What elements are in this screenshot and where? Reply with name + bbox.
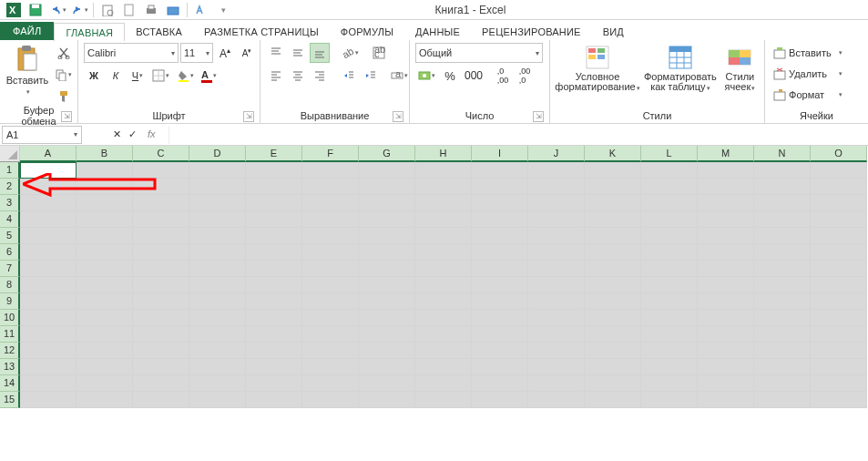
row-header[interactable]: 3 [0,195,20,211]
cell[interactable] [754,310,811,326]
cell[interactable] [472,162,528,179]
cell[interactable] [133,293,189,310]
conditional-format-button[interactable]: Условное форматирование▾ [556,43,639,93]
cell[interactable] [754,277,811,293]
cell[interactable] [359,261,415,277]
cell[interactable] [698,392,754,408]
cell[interactable] [698,261,754,277]
cell[interactable] [246,244,302,261]
cell[interactable] [359,343,415,359]
cell[interactable] [641,244,698,261]
cell[interactable] [246,326,302,343]
cell[interactable] [133,244,189,261]
enter-formula-icon[interactable]: ✓ [128,128,137,140]
cell[interactable] [698,293,754,310]
cell[interactable] [133,310,189,326]
column-header[interactable]: B [77,146,133,162]
cell[interactable] [246,375,302,392]
cell[interactable] [415,293,472,310]
cell[interactable] [359,244,415,261]
cell[interactable] [472,261,528,277]
cell[interactable] [133,392,189,408]
cell[interactable] [359,326,415,343]
cell[interactable] [189,326,246,343]
cell[interactable] [754,293,811,310]
cell[interactable] [415,310,472,326]
cell[interactable] [302,293,359,310]
cell[interactable] [189,375,246,392]
column-header[interactable]: M [698,146,754,162]
cell[interactable] [133,228,189,244]
cell[interactable] [698,228,754,244]
cell[interactable] [698,343,754,359]
cell[interactable] [641,310,698,326]
cell[interactable] [359,179,415,195]
cell[interactable] [77,310,133,326]
cell[interactable] [133,277,189,293]
cell[interactable] [472,244,528,261]
column-header[interactable]: A [20,146,77,162]
cell[interactable] [528,277,585,293]
cell[interactable] [20,293,77,310]
cell[interactable] [20,375,77,392]
cell[interactable] [77,195,133,211]
cell[interactable] [754,162,811,179]
column-header[interactable]: C [133,146,189,162]
cell[interactable] [528,310,585,326]
cell[interactable] [754,195,811,211]
cell[interactable] [189,310,246,326]
cell[interactable] [415,392,472,408]
cell[interactable] [20,195,77,211]
cell[interactable] [472,326,528,343]
cell[interactable] [811,162,867,179]
row-header[interactable]: 8 [0,277,20,293]
cell[interactable] [189,162,246,179]
column-header[interactable]: N [754,146,811,162]
cell[interactable] [20,228,77,244]
cell[interactable] [585,162,641,179]
formula-input[interactable] [168,126,868,144]
cell[interactable] [754,392,811,408]
font-name-combo[interactable]: Calibri▾ [84,43,179,63]
column-header[interactable]: D [189,146,246,162]
row-header[interactable]: 5 [0,228,20,244]
cell[interactable] [415,162,472,179]
alignment-dialog-icon[interactable]: ⇲ [393,111,403,122]
cell[interactable] [302,195,359,211]
cell[interactable] [246,179,302,195]
redo-icon[interactable]: ▾ [69,1,89,19]
fx-icon[interactable]: fx [148,128,156,140]
align-center-button[interactable] [288,66,308,86]
cell[interactable] [77,343,133,359]
cell[interactable] [754,326,811,343]
cell[interactable] [698,310,754,326]
cell[interactable] [528,293,585,310]
cell[interactable] [415,359,472,375]
align-right-button[interactable] [310,66,330,86]
cell[interactable] [77,359,133,375]
cell[interactable] [472,211,528,228]
cell[interactable] [698,179,754,195]
cell[interactable] [585,244,641,261]
merge-button[interactable]: a▾ [388,66,411,86]
new-icon[interactable] [119,1,139,19]
cell[interactable] [472,392,528,408]
tab-pagelayout[interactable]: РАЗМЕТКА СТРАНИЦЫ [193,23,330,40]
cell[interactable] [415,179,472,195]
cell[interactable] [359,375,415,392]
cell[interactable] [528,261,585,277]
cell[interactable] [246,277,302,293]
cell[interactable] [528,392,585,408]
cell[interactable] [20,162,77,179]
cell[interactable] [528,228,585,244]
cell[interactable] [585,293,641,310]
cell[interactable] [246,392,302,408]
cell[interactable] [302,277,359,293]
cell[interactable] [811,375,867,392]
cell[interactable] [528,162,585,179]
row-header[interactable]: 1 [0,162,20,179]
cell[interactable] [415,277,472,293]
cell[interactable] [585,375,641,392]
cell[interactable] [189,277,246,293]
cell[interactable] [20,261,77,277]
